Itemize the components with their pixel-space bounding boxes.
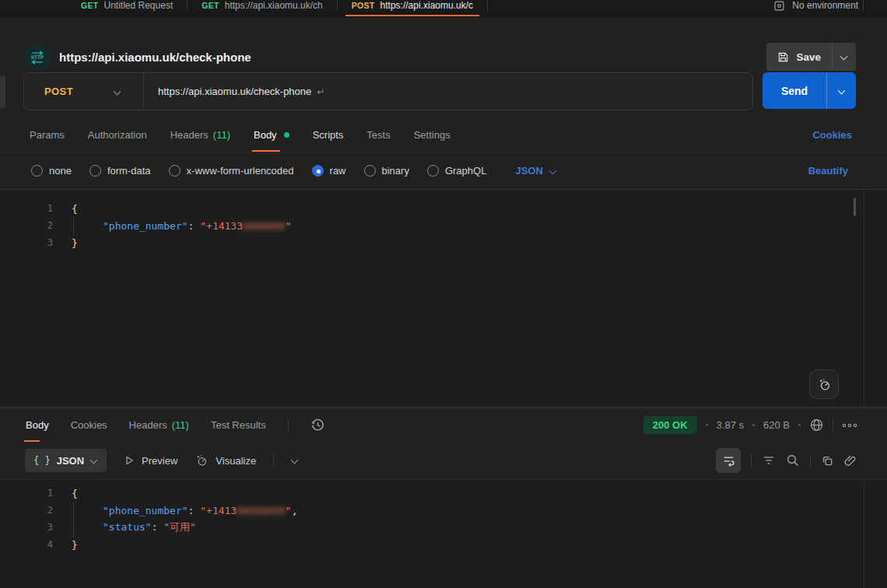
dot-separator [798, 424, 801, 426]
search-icon[interactable] [786, 453, 800, 467]
send-split-button: Send [763, 72, 856, 109]
preview-button[interactable]: Preview [124, 455, 177, 467]
language-selector[interactable]: JSON [515, 165, 556, 177]
json-value: "可用" [163, 521, 196, 533]
tab-method-badge: POST [352, 1, 375, 10]
divider [751, 454, 752, 467]
magic-orb-icon [195, 453, 209, 467]
code-line: 2 "phone_number": "+1413########", [0, 502, 887, 519]
chevron-down-icon [90, 457, 98, 464]
json-value: " [286, 505, 292, 516]
format-label: JSON [57, 455, 84, 467]
url-input[interactable]: https://api.xiaomu.uk/check-phone [158, 86, 311, 97]
tab-label: Settings [414, 129, 451, 141]
divider [273, 454, 274, 467]
request-title-row: HTTP https://api.xiaomu.uk/check-phone S… [0, 17, 887, 62]
tab-body-active[interactable]: Body [254, 118, 289, 152]
http-badge-text: HTTP [31, 54, 44, 61]
play-triangle-icon [124, 455, 135, 466]
radio-binary[interactable]: binary [364, 165, 409, 177]
json-key: "phone_number" [103, 505, 188, 516]
chevron-down-icon[interactable] [114, 89, 121, 95]
postbot-button[interactable] [809, 369, 839, 399]
radio-x-www-form-urlencoded[interactable]: x-www-form-urlencoded [169, 165, 294, 177]
sidebar-edge-handle[interactable] [0, 75, 5, 108]
line-number: 4 [0, 539, 53, 550]
redacted-value: ######## [237, 505, 286, 516]
editor-right-border [864, 190, 864, 407]
editor-scrollbar[interactable] [854, 198, 856, 216]
code-line: 1 { [0, 485, 887, 502]
code-token: : [152, 521, 164, 533]
radio-none[interactable]: none [31, 165, 72, 177]
code-token: { [72, 203, 78, 215]
tab-method-badge: GET [81, 1, 99, 10]
tab-label: https://api.xiaomu.uk/c [380, 0, 473, 11]
request-tab-3-active[interactable]: POST https://api.xiaomu.uk/c [338, 0, 487, 16]
more-actions-icon[interactable] [842, 422, 857, 429]
save-options-button[interactable] [833, 43, 856, 71]
tab-label: Params [30, 129, 65, 141]
line-number: 1 [0, 488, 53, 499]
radio-circle-selected [312, 165, 324, 177]
tab-authorization[interactable]: Authorization [88, 118, 147, 152]
code-token: } [72, 539, 78, 551]
tab-headers[interactable]: Headers (11) [170, 118, 230, 152]
language-label: JSON [515, 165, 542, 177]
code-token: } [72, 237, 78, 249]
globe-network-icon[interactable] [809, 418, 824, 432]
send-options-button[interactable] [827, 72, 856, 109]
radio-form-data[interactable]: form-data [89, 165, 151, 177]
response-tab-cookies[interactable]: Cookies [71, 408, 107, 442]
tab-scripts[interactable]: Scripts [313, 118, 344, 152]
tab-label: Cookies [71, 419, 107, 431]
visualize-button[interactable]: Visualize [195, 453, 256, 467]
json-value: " [286, 220, 292, 232]
request-tab-1[interactable]: GET Untitled Request [67, 0, 187, 16]
json-key: "phone_number" [103, 220, 188, 232]
response-time[interactable]: 3.87 s [717, 419, 744, 431]
request-tab-2[interactable]: GET https://api.xiaomu.uk/ch [188, 0, 337, 16]
cookies-link[interactable]: Cookies [812, 129, 852, 141]
beautify-link[interactable]: Beautify [808, 165, 848, 177]
radio-graphql[interactable]: GraphQL [427, 165, 486, 177]
response-header-row: Body Cookies Headers (11) Test Results 2… [0, 408, 887, 442]
line-number: 3 [0, 522, 53, 533]
response-tab-headers[interactable]: Headers (11) [129, 408, 189, 442]
tab-tests[interactable]: Tests [366, 118, 390, 152]
environment-selector[interactable]: No environment [773, 0, 858, 12]
copy-icon[interactable] [821, 454, 834, 467]
radio-label: binary [382, 165, 409, 177]
radio-raw-selected[interactable]: raw [312, 165, 346, 177]
tab-label: Headers [170, 129, 209, 141]
history-clock-icon[interactable] [310, 418, 325, 432]
status-badge[interactable]: 200 OK [643, 416, 697, 434]
code-token: { [72, 488, 78, 499]
response-body-editor[interactable]: 1 { 2 "phone_number": "+1413########", 3… [0, 479, 887, 588]
tab-params[interactable]: Params [30, 118, 65, 152]
chevron-down-icon[interactable] [291, 457, 299, 464]
dot-separator [706, 424, 708, 426]
save-button[interactable]: Save [766, 43, 832, 71]
method-selector[interactable]: POST [24, 86, 73, 97]
wrap-text-button[interactable] [716, 448, 741, 473]
response-tab-test-results[interactable]: Test Results [211, 408, 266, 442]
response-tab-body-active[interactable]: Body [26, 408, 49, 442]
tab-settings[interactable]: Settings [414, 118, 451, 152]
response-format-selector[interactable]: { } JSON [25, 449, 107, 472]
response-size[interactable]: 620 B [763, 419, 790, 431]
json-value: "+1413 [200, 505, 237, 516]
radio-circle [31, 165, 43, 177]
request-body-editor[interactable]: 1 { 2 "phone_number": "+14133#######" 3 … [0, 189, 887, 408]
tab-label: Body [254, 129, 277, 141]
braces-icon: { } [33, 455, 51, 466]
visualize-label: Visualize [216, 455, 256, 467]
code-token: : [188, 220, 201, 232]
send-button[interactable]: Send [763, 72, 826, 109]
link-icon[interactable] [844, 454, 857, 467]
radio-circle [169, 165, 181, 177]
floppy-save-icon [777, 51, 789, 63]
body-type-row: none form-data x-www-form-urlencoded raw… [0, 152, 887, 189]
filter-icon[interactable] [762, 454, 776, 467]
divider [833, 419, 833, 432]
